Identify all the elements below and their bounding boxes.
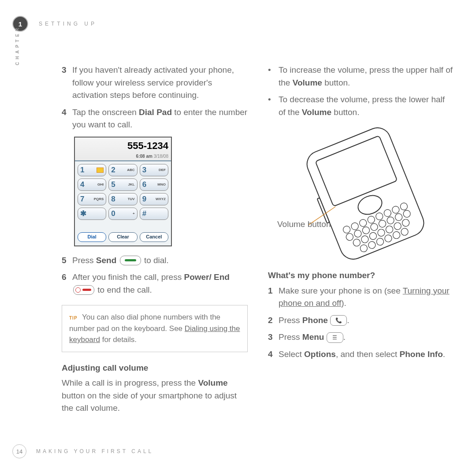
step-number: 1 bbox=[268, 285, 279, 310]
menu-key-icon: ☰ bbox=[327, 332, 343, 343]
step-6: 6 After you finish the call, press Power… bbox=[62, 271, 248, 296]
dialpad-buttons: Dial Clear Cancel bbox=[75, 223, 171, 245]
key-pound[interactable]: # bbox=[140, 208, 168, 220]
volume-bullets: To increase the volume, press the upper … bbox=[268, 64, 454, 119]
step-number: 6 bbox=[62, 271, 72, 296]
tip-box: TIP You can also dial phone numbers with… bbox=[62, 305, 248, 352]
subhead-adjust-volume: Adjusting call volume bbox=[62, 362, 248, 375]
key-1[interactable]: 1 bbox=[78, 164, 106, 176]
key-2[interactable]: 2ABC bbox=[108, 164, 137, 176]
step-text: After you finish the call, press Power/ … bbox=[72, 271, 248, 296]
body-text: While a call is in progress, press the V… bbox=[62, 377, 248, 415]
dialpad-display: 555-1234 6:08 am 3/18/08 bbox=[75, 138, 171, 161]
step-text: Select Options, and then select Phone In… bbox=[279, 348, 454, 361]
dial-button[interactable]: Dial bbox=[78, 232, 106, 242]
key-6[interactable]: 6MNO bbox=[140, 178, 168, 191]
tip-text: for details. bbox=[100, 335, 137, 344]
device-illustration: Volume button bbox=[277, 127, 445, 260]
page-number: 14 bbox=[12, 444, 26, 458]
page-header: 1 SETTING UP bbox=[12, 16, 97, 32]
pn-step-3: 3 Press Menu ☰. bbox=[268, 331, 454, 344]
step-text: Press Send to dial. bbox=[72, 254, 248, 267]
phone-svg bbox=[277, 127, 445, 260]
clear-button[interactable]: Clear bbox=[108, 232, 137, 242]
step-text: If you haven't already activated your ph… bbox=[72, 64, 248, 102]
step-number: 2 bbox=[268, 314, 279, 327]
key-9[interactable]: 9WXYZ bbox=[140, 193, 168, 205]
text: Tap the onscreen bbox=[72, 108, 139, 117]
step-4: 4 Tap the onscreen Dial Pad to enter the… bbox=[62, 106, 248, 131]
tip-label: TIP bbox=[69, 316, 78, 320]
step-text: Press Phone 📞. bbox=[279, 314, 454, 327]
right-column: To increase the volume, press the upper … bbox=[268, 64, 454, 415]
running-title: SETTING UP bbox=[39, 21, 97, 27]
pn-step-2: 2 Press Phone 📞. bbox=[268, 314, 454, 327]
left-column: 3 If you haven't already activated your … bbox=[62, 64, 248, 415]
step-number: 4 bbox=[62, 106, 72, 131]
key-7[interactable]: 7PQRS bbox=[78, 193, 106, 205]
page-footer: 14 MAKING YOUR FIRST CALL bbox=[12, 444, 153, 458]
key-5[interactable]: 5JKL bbox=[108, 178, 137, 191]
step-text: Tap the onscreen Dial Pad to enter the n… bbox=[72, 106, 248, 131]
phone-key-icon: 📞 bbox=[330, 315, 347, 326]
step-number: 3 bbox=[62, 64, 72, 102]
step-number: 5 bbox=[62, 254, 72, 267]
step-number: 3 bbox=[268, 331, 279, 344]
footer-title: MAKING YOUR FIRST CALL bbox=[36, 448, 153, 454]
bold-term: Dial Pad bbox=[139, 108, 172, 117]
keypad-grid: 1 2ABC 3DEF 4GHI 5JKL 6MNO 7PQRS 8TUV 9W… bbox=[75, 161, 171, 223]
pn-step-4: 4 Select Options, and then select Phone … bbox=[268, 348, 454, 361]
key-3[interactable]: 3DEF bbox=[140, 164, 168, 176]
key-8[interactable]: 8TUV bbox=[108, 193, 137, 205]
key-0[interactable]: 0+ bbox=[108, 208, 137, 220]
volume-button-callout: Volume button bbox=[277, 218, 331, 231]
step-3: 3 If you haven't already activated your … bbox=[62, 64, 248, 102]
pn-step-1: 1 Make sure your phone is on (see Turnin… bbox=[268, 285, 454, 310]
dialed-number: 555-1234 bbox=[78, 138, 168, 153]
step-text: Press Menu ☰. bbox=[279, 331, 454, 344]
step-number: 4 bbox=[268, 348, 279, 361]
bullet-increase: To increase the volume, press the upper … bbox=[268, 64, 454, 89]
power-end-key-icon bbox=[73, 285, 94, 295]
step-5: 5 Press Send to dial. bbox=[62, 254, 248, 267]
bullet-decrease: To decrease the volume, press the lower … bbox=[268, 93, 454, 119]
cancel-button[interactable]: Cancel bbox=[140, 232, 168, 242]
side-chapter-label: CHAPTER bbox=[15, 26, 20, 65]
dialpad-time: 6:08 am 3/18/08 bbox=[78, 153, 168, 160]
send-key-icon bbox=[120, 256, 141, 265]
step-text: Make sure your phone is on (see Turning … bbox=[279, 285, 454, 310]
voicemail-icon bbox=[97, 167, 104, 173]
subhead-phone-number: What's my phone number? bbox=[268, 269, 454, 282]
key-4[interactable]: 4GHI bbox=[78, 178, 106, 191]
dial-pad-figure: 555-1234 6:08 am 3/18/08 1 2ABC 3DEF 4GH… bbox=[74, 137, 172, 246]
key-star[interactable]: ✱ bbox=[78, 208, 106, 220]
